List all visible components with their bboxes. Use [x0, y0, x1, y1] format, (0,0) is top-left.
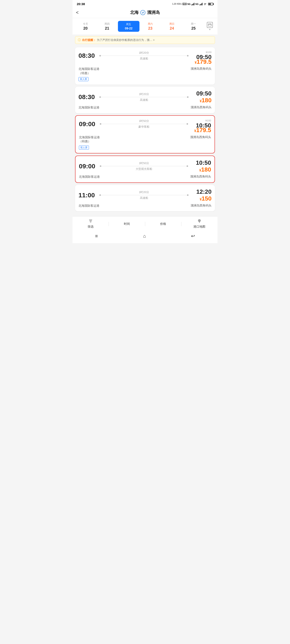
- ship-type-3: 大型观光客船: [136, 167, 152, 171]
- route-bottom-2: 北海国际客运港（特惠） 涠洲岛西角码头: [79, 135, 211, 144]
- price-3: ¥180: [199, 166, 211, 173]
- date-item-2[interactable]: 周五 09-22: [118, 21, 139, 32]
- to-city: 涠洲岛: [147, 10, 160, 15]
- route-top-3: 09:00 1时50分 大型观光客船 10:50 ¥180: [79, 160, 211, 173]
- route-bottom-0: 北海国际客运港（特惠） 涠洲岛西角码头: [79, 67, 211, 75]
- toolbar-filter[interactable]: 筛选: [73, 219, 109, 229]
- calendar-button[interactable]: ▼: [204, 20, 215, 32]
- date-item-1[interactable]: 周四 21: [96, 20, 118, 32]
- price-section-3: 10:50 ¥180: [190, 160, 211, 173]
- time-label: 时间: [124, 222, 130, 226]
- route-card-0[interactable]: 08:30 1时20分 高速船 ¥190 09:50 ¥179.5 北海国际客运…: [75, 47, 215, 84]
- signal-bar-4: [194, 3, 194, 5]
- route-middle-3: 1时50分 大型观光客船: [100, 161, 188, 171]
- notice-text: 为了严厉打击倒卖炒作船票的违法行为，涠… >: [97, 38, 155, 42]
- tag-row-2: 双人票: [79, 145, 211, 150]
- station-to-0: 涠洲岛西角码头: [191, 67, 211, 75]
- route-card-3[interactable]: 09:00 1时50分 大型观光客船 10:50 ¥180 北海国际客运港 涠洲…: [75, 156, 215, 183]
- filter-icon: [89, 219, 93, 224]
- route-card-2[interactable]: 09:00 1时50分 豪华客船 ¥190 10:50 ¥179.5 北海国际客…: [75, 115, 215, 154]
- route-list: 08:30 1时20分 高速船 ¥190 09:50 ¥179.5 北海国际客运…: [73, 46, 217, 213]
- arrive-time-4: 12:20: [196, 188, 211, 195]
- filter-label: 筛选: [88, 225, 94, 229]
- notice-icon: ⓘ: [78, 38, 81, 42]
- back-nav-button[interactable]: ↩: [191, 233, 195, 239]
- station-to-2: 涠洲岛西角码头: [190, 135, 211, 144]
- price-4: ¥150: [200, 195, 211, 202]
- svg-rect-0: [208, 24, 211, 26]
- route-line-1: [99, 97, 188, 97]
- battery-icon: [208, 3, 213, 5]
- depart-time-3: 09:00: [79, 162, 98, 170]
- route-line-3: [100, 166, 188, 166]
- duration-2: 1时50分: [139, 119, 149, 123]
- ship-type-2: 豪华客船: [138, 125, 149, 129]
- station-to-4: 涠洲岛西角码头: [191, 204, 211, 208]
- arrive-time-1: 09:50: [196, 90, 211, 97]
- map-icon: [197, 219, 201, 224]
- toolbar-price[interactable]: 价格: [145, 222, 181, 226]
- route-card-4[interactable]: 11:00 1时20分 高速船 12:20 ¥150 北海国际客运港 涠洲岛西角…: [75, 185, 215, 212]
- status-icons: 1.20 KB/s HD 5G 5G: [172, 3, 213, 5]
- signal-bars: [191, 3, 194, 5]
- status-time: 20:38: [77, 2, 85, 6]
- ship-type-4: 高速船: [140, 196, 148, 200]
- original-price-2: ¥190: [205, 119, 211, 122]
- bottom-toolbar: 筛选 时间 价格 港口地图: [73, 216, 217, 230]
- back-button[interactable]: <: [76, 10, 79, 15]
- price-label: 价格: [160, 222, 166, 226]
- swap-icon[interactable]: ⇄: [140, 10, 145, 15]
- route-bottom-1: 北海国际客运港 涠洲岛西角码头: [79, 106, 211, 110]
- network1-label: 5G: [187, 3, 191, 5]
- hd-badge: HD: [182, 3, 186, 5]
- notice-label: 出行提醒：: [82, 38, 96, 42]
- date-item-0[interactable]: 今天 20: [75, 20, 96, 32]
- duration-3: 1时50分: [139, 161, 149, 165]
- route-card-1[interactable]: 08:30 1时20分 高速船 09:50 ¥180 北海国际客运港 涠洲岛西角…: [75, 87, 215, 113]
- wifi-icon: [203, 3, 207, 5]
- route-bottom-4: 北海国际客运港 涠洲岛西角码头: [79, 204, 211, 208]
- route-bottom-3: 北海国际客运港 涠洲岛西角码头: [79, 175, 211, 179]
- depart-time-4: 11:00: [79, 192, 98, 199]
- svg-point-8: [199, 220, 200, 221]
- toolbar-map[interactable]: 港口地图: [181, 219, 217, 229]
- duration-4: 1时20分: [139, 190, 149, 194]
- toolbar-time[interactable]: 时间: [109, 222, 145, 226]
- route-top-1: 08:30 1时20分 高速船 09:50 ¥180: [79, 90, 211, 104]
- header-title: 北海 ⇄ 涠洲岛: [130, 10, 160, 15]
- route-line-2: [100, 124, 188, 124]
- route-line-4: [99, 195, 188, 195]
- menu-button[interactable]: ≡: [95, 233, 98, 239]
- home-button[interactable]: ⌂: [143, 233, 146, 239]
- route-middle-1: 1时20分 高速船: [99, 92, 188, 102]
- tag-2: 双人票: [79, 146, 89, 150]
- ship-type-1: 高速船: [140, 98, 148, 102]
- header: < 北海 ⇄ 涠洲岛: [73, 7, 217, 18]
- speed-info: 1.20 KB/s: [172, 3, 182, 5]
- from-city: 北海: [130, 10, 139, 15]
- station-from-3: 北海国际客运港: [79, 175, 100, 179]
- arrive-time-3: 10:50: [196, 160, 211, 166]
- route-top-4: 11:00 1时20分 高速船 12:20 ¥150: [79, 188, 211, 202]
- tag-row-0: 双人票: [79, 77, 211, 81]
- signal-bars-2: [199, 3, 203, 5]
- network2-label: 5G: [195, 3, 198, 5]
- price-1: ¥180: [200, 97, 211, 104]
- original-price-0: ¥190: [206, 51, 211, 54]
- station-to-1: 涠洲岛西角码头: [191, 106, 211, 110]
- date-item-5[interactable]: 周一 25: [183, 20, 204, 32]
- date-item-3[interactable]: 周六 23: [139, 20, 161, 32]
- route-middle-4: 1时20分 高速船: [99, 190, 188, 200]
- depart-time-1: 08:30: [79, 93, 98, 100]
- price-section-1: 09:50 ¥180: [190, 90, 211, 104]
- system-nav: ≡ ⌂ ↩: [73, 230, 217, 243]
- signal-bar-1: [191, 4, 192, 5]
- route-middle-0: 1时20分 高速船: [99, 51, 188, 60]
- price-2: ¥179.5: [194, 127, 211, 134]
- chevron-down-icon: ▼: [209, 28, 211, 31]
- notice-banner[interactable]: ⓘ 出行提醒： 为了严厉打击倒卖炒作船票的违法行为，涠… >: [75, 36, 215, 44]
- station-to-3: 涠洲岛西角码头: [190, 175, 211, 179]
- date-item-4[interactable]: 周日 24: [161, 20, 182, 32]
- station-from-4: 北海国际客运港: [79, 204, 99, 208]
- route-line-0: [99, 56, 188, 56]
